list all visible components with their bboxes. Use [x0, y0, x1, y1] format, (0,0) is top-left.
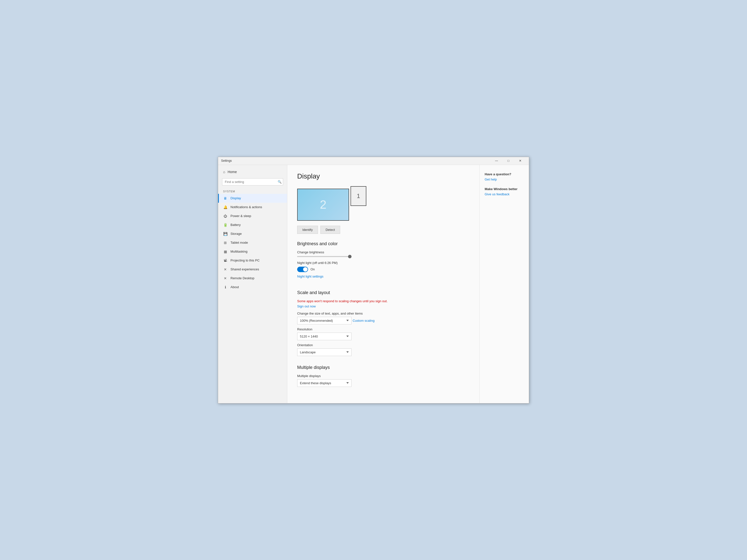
sidebar-item-remote[interactable]: ✕ Remote Desktop — [218, 274, 287, 283]
toggle-knob — [303, 267, 308, 272]
scale-section-title: Scale and layout — [297, 290, 470, 295]
resolution-dropdown[interactable]: 5120 × 1440 3840 × 2160 2560 × 1440 1920… — [297, 332, 352, 340]
get-help-link[interactable]: Get help — [485, 178, 524, 181]
home-icon: ⌂ — [223, 170, 225, 174]
sidebar: ⌂ Home 🔍 System 🖥 Display 🔔 Notification… — [218, 165, 287, 403]
page-title: Display — [297, 172, 470, 180]
size-dropdown[interactable]: 100% (Recommended) 125% 150% 175% — [297, 317, 352, 324]
monitor-1: 1 — [351, 186, 366, 206]
display-icon: 🖥 — [223, 196, 228, 200]
storage-icon: 💾 — [223, 232, 228, 236]
sidebar-item-power[interactable]: ⏻ Power & sleep — [218, 212, 287, 220]
identify-button[interactable]: Identify — [297, 226, 318, 234]
sign-out-link[interactable]: Sign out now — [297, 304, 316, 308]
monitor-area: 2 1 — [297, 186, 470, 218]
close-button[interactable]: ✕ — [515, 157, 526, 165]
sidebar-right: Have a question? Get help Make Windows b… — [480, 165, 529, 403]
multiple-displays-title: Multiple displays — [297, 365, 470, 370]
multiple-displays-label: Multiple displays — [297, 374, 470, 378]
search-input[interactable] — [222, 178, 283, 185]
orientation-dropdown[interactable]: Landscape Portrait Landscape (flipped) P… — [297, 348, 352, 356]
sidebar-item-display[interactable]: 🖥 Display — [218, 194, 287, 203]
search-box: 🔍 — [222, 178, 283, 185]
resolution-label: Resolution — [297, 327, 470, 331]
brightness-thumb[interactable] — [348, 255, 352, 258]
scale-section: Scale and layout Some apps won't respond… — [297, 290, 470, 359]
sidebar-item-label: About — [230, 285, 239, 289]
content-area: ⌂ Home 🔍 System 🖥 Display 🔔 Notification… — [218, 165, 529, 403]
brightness-slider[interactable] — [297, 256, 352, 257]
projecting-icon: 📽 — [223, 259, 228, 263]
sidebar-item-tablet[interactable]: ⊞ Tablet mode — [218, 238, 287, 247]
sidebar-item-label: Tablet mode — [230, 241, 248, 244]
feedback-section: Make Windows better Give us feedback — [485, 187, 524, 196]
brightness-label: Change brightness — [297, 250, 470, 254]
battery-icon: 🔋 — [223, 223, 228, 227]
monitor-1-label: 1 — [357, 193, 360, 199]
maximize-button[interactable]: □ — [503, 157, 514, 165]
sidebar-item-label: Shared experiences — [230, 267, 259, 271]
detect-button[interactable]: Detect — [320, 226, 340, 234]
power-icon: ⏻ — [223, 214, 228, 218]
system-section-label: System — [218, 187, 287, 194]
sidebar-item-shared[interactable]: ✕ Shared experiences — [218, 265, 287, 274]
monitor-2-label: 2 — [320, 198, 327, 211]
sidebar-item-notifications[interactable]: 🔔 Notifications & actions — [218, 203, 287, 212]
titlebar: Settings — □ ✕ — [218, 157, 529, 165]
feedback-title: Make Windows better — [485, 187, 524, 191]
multiple-displays-section: Multiple displays Multiple displays Exte… — [297, 365, 470, 390]
multiple-displays-dropdown[interactable]: Extend these displays — [297, 379, 352, 387]
notifications-icon: 🔔 — [223, 205, 228, 209]
shared-icon: ✕ — [223, 267, 228, 271]
size-label: Change the size of text, apps, and other… — [297, 312, 470, 315]
night-light-label: Night light (off until 6:26 PM) — [297, 261, 470, 265]
sidebar-item-label: Display — [230, 196, 241, 200]
night-light-row: On — [297, 267, 470, 272]
sidebar-home[interactable]: ⌂ Home — [218, 167, 287, 176]
sidebar-item-label: Power & sleep — [230, 214, 251, 218]
brightness-section-title: Brightness and color — [297, 241, 470, 246]
sidebar-item-label: Remote Desktop — [230, 276, 254, 280]
scale-warning: Some apps won't respond to scaling chang… — [297, 299, 470, 303]
sidebar-item-multitasking[interactable]: ▦ Multitasking — [218, 247, 287, 256]
sidebar-item-battery[interactable]: 🔋 Battery — [218, 220, 287, 230]
tablet-icon: ⊞ — [223, 241, 228, 245]
sidebar-item-label: Storage — [230, 232, 242, 236]
sidebar-item-label: Notifications & actions — [230, 205, 262, 209]
question-title: Have a question? — [485, 172, 524, 176]
orientation-label: Orientation — [297, 343, 470, 347]
night-light-toggle[interactable] — [297, 267, 308, 272]
monitor-buttons: Identify Detect — [297, 226, 470, 234]
remote-icon: ✕ — [223, 276, 228, 280]
window-title: Settings — [221, 159, 232, 162]
sidebar-item-label: Projecting to this PC — [230, 259, 260, 262]
sidebar-item-label: Multitasking — [230, 250, 248, 253]
monitor-2: 2 — [297, 189, 349, 221]
brightness-section: Brightness and color Change brightness N… — [297, 241, 470, 284]
settings-window: Settings — □ ✕ ⌂ Home 🔍 System 🖥 Display — [218, 157, 529, 403]
night-light-settings-link[interactable]: Night light settings — [297, 274, 324, 278]
sidebar-item-storage[interactable]: 💾 Storage — [218, 230, 287, 238]
minimize-button[interactable]: — — [491, 157, 502, 165]
sidebar-item-projecting[interactable]: 📽 Projecting to this PC — [218, 256, 287, 265]
night-light-on-label: On — [310, 267, 315, 271]
sidebar-item-label: Battery — [230, 223, 240, 227]
titlebar-controls: — □ ✕ — [491, 157, 526, 165]
feedback-link[interactable]: Give us feedback — [485, 192, 524, 196]
sidebar-item-about[interactable]: ℹ About — [218, 283, 287, 292]
sidebar-home-label: Home — [228, 170, 237, 174]
custom-scaling-link[interactable]: Custom scaling — [353, 319, 375, 322]
about-icon: ℹ — [223, 285, 228, 289]
main-content: Display 2 1 Identify Detect Brightness a… — [287, 165, 480, 403]
search-icon[interactable]: 🔍 — [278, 180, 282, 184]
multitasking-icon: ▦ — [223, 250, 228, 254]
question-section: Have a question? Get help — [485, 172, 524, 181]
